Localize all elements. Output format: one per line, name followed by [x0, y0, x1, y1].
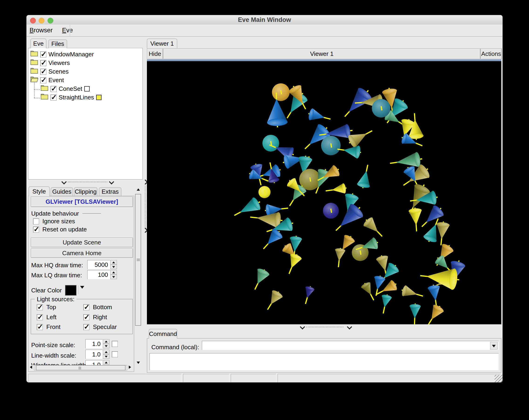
folder-icon	[30, 50, 38, 58]
light-front-checkbox[interactable]	[37, 324, 43, 330]
line-width-input[interactable]: 1.0	[85, 350, 103, 359]
ignore-sizes-checkbox[interactable]	[33, 218, 39, 224]
light-specular-checkbox[interactable]	[83, 324, 89, 330]
clear-color-swatch[interactable]	[65, 285, 77, 296]
command-panel: Command (local):	[147, 338, 501, 373]
tree-checkbox[interactable]	[40, 60, 46, 66]
splitter-dots	[145, 186, 145, 227]
command-local-label: Command (local):	[151, 344, 199, 351]
coneset-color-marker[interactable]	[84, 86, 90, 92]
tree-item-event[interactable]: Event	[28, 76, 143, 84]
folder-icon	[30, 67, 38, 76]
gl-viewport[interactable]	[147, 61, 501, 324]
style-horizontal-scrollbar[interactable]	[30, 365, 131, 370]
menu-browser[interactable]: Browser	[30, 27, 53, 34]
line-width-stepper	[103, 350, 109, 359]
straightlines-color-marker[interactable]	[96, 95, 102, 100]
spin-up-icon[interactable]	[103, 360, 109, 365]
chevron-down-icon	[109, 179, 114, 185]
tree-checkbox[interactable]	[40, 52, 46, 57]
horizontal-splitter[interactable]	[28, 180, 143, 185]
horizontal-splitter[interactable]	[147, 325, 501, 329]
tree-item-label: Viewers	[48, 59, 70, 66]
scrollbar-thumb[interactable]	[36, 365, 125, 370]
scroll-left-icon[interactable]	[30, 365, 34, 370]
light-left-row: Left	[37, 314, 56, 321]
spin-down-icon[interactable]	[103, 354, 109, 359]
light-specular-label: Specular	[93, 323, 117, 331]
line-width-label: Line-width scale:	[31, 352, 76, 359]
light-left-checkbox[interactable]	[37, 314, 43, 320]
point-size-checkbox[interactable]	[112, 341, 118, 347]
light-sources-group: Light sources: Top Bottom Left Right Fro…	[31, 299, 133, 334]
max-lq-stepper	[110, 270, 117, 279]
vertical-splitter[interactable]	[144, 39, 147, 372]
tree-item-label: Scenes	[48, 68, 69, 75]
tab-guides[interactable]: Guides	[51, 187, 73, 196]
glviewer-button[interactable]: GLViewer [TGLSAViewer]	[31, 197, 133, 207]
tree-checkbox[interactable]	[40, 77, 46, 83]
viewer-title[interactable]: Viewer 1	[163, 48, 480, 59]
tab-eve[interactable]: Eve	[30, 39, 46, 48]
max-lq-input[interactable]: 100	[87, 270, 110, 279]
scrollbar-thumb[interactable]	[135, 194, 141, 326]
tree-item-windowmanager[interactable]: WindowManager	[28, 50, 143, 59]
spin-up-icon[interactable]	[103, 339, 109, 344]
line-width-checkbox[interactable]	[112, 351, 118, 357]
reset-on-update-checkbox[interactable]	[33, 226, 39, 233]
wireframe-stepper	[103, 360, 109, 365]
command-output-area[interactable]	[149, 353, 499, 370]
eve-tree-panel: WindowManager Viewers Scenes Event ConeS	[28, 48, 143, 180]
tree-item-straightlines[interactable]: StraightLines	[28, 93, 143, 102]
tree-item-viewers[interactable]: Viewers	[28, 59, 143, 67]
tree-checkbox[interactable]	[51, 86, 57, 92]
light-sources-legend: Light sources:	[35, 296, 76, 303]
tree-checkbox[interactable]	[40, 69, 46, 75]
folder-open-icon	[30, 76, 38, 84]
light-top-row: Top	[37, 303, 56, 311]
tab-extras[interactable]: Extras	[99, 187, 121, 196]
command-combobox[interactable]	[202, 341, 499, 350]
reset-on-update-label: Reset on update	[42, 226, 87, 233]
light-left-label: Left	[46, 314, 56, 321]
max-hq-input[interactable]: 5000	[87, 260, 110, 269]
spin-up-icon[interactable]	[103, 350, 109, 354]
resize-grip[interactable]	[495, 375, 503, 382]
tab-files[interactable]: Files	[48, 39, 67, 48]
update-scene-button[interactable]: Update Scene	[31, 237, 133, 247]
style-vertical-scrollbar[interactable]	[135, 187, 141, 370]
spin-up-icon[interactable]	[110, 260, 117, 264]
spin-down-icon[interactable]	[103, 344, 109, 348]
point-size-label: Point-size scale:	[31, 341, 75, 349]
tab-style[interactable]: Style	[29, 186, 50, 196]
actions-button[interactable]: Actions	[481, 48, 502, 59]
scroll-up-icon[interactable]	[135, 188, 141, 192]
light-right-checkbox[interactable]	[83, 314, 89, 320]
menu-eve[interactable]: Eve	[62, 27, 73, 34]
camera-home-button[interactable]: Camera Home	[31, 249, 133, 258]
status-segment	[231, 374, 276, 382]
wireframe-input[interactable]: 1.0	[85, 360, 103, 365]
light-bottom-checkbox[interactable]	[83, 304, 89, 310]
folder-icon	[30, 59, 38, 67]
scroll-down-icon[interactable]	[135, 360, 141, 364]
light-top-label: Top	[46, 303, 56, 311]
tab-viewer1[interactable]: Viewer 1	[147, 39, 177, 48]
spin-down-icon[interactable]	[110, 275, 117, 279]
hide-button[interactable]: Hide	[147, 48, 163, 59]
spin-down-icon[interactable]	[110, 265, 117, 269]
clear-color-dropdown-icon[interactable]	[80, 286, 84, 291]
light-top-checkbox[interactable]	[37, 304, 43, 310]
light-right-label: Right	[93, 314, 107, 321]
point-size-input[interactable]: 1.0	[85, 339, 103, 349]
spin-up-icon[interactable]	[110, 270, 117, 275]
tab-command[interactable]: Command	[149, 329, 177, 339]
combo-dropdown-icon[interactable]	[490, 342, 498, 349]
tree-item-scenes[interactable]: Scenes	[28, 67, 143, 76]
tree-item-coneset[interactable]: ConeSet	[28, 84, 143, 93]
tab-clipping[interactable]: Clipping	[74, 187, 97, 196]
light-bottom-label: Bottom	[93, 303, 112, 311]
scroll-right-icon[interactable]	[128, 365, 132, 370]
title-bar[interactable]: Eve Main Window	[26, 15, 503, 25]
tree-checkbox[interactable]	[51, 94, 57, 101]
